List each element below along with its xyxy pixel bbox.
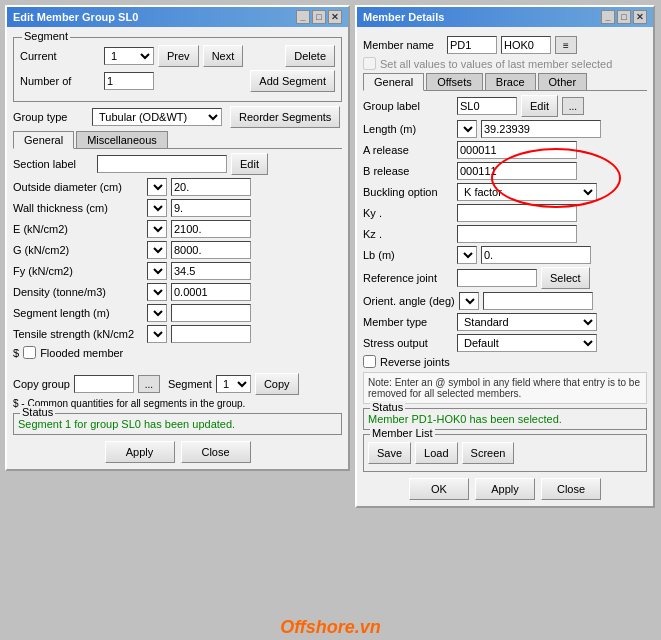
ky-row: Ky . — [363, 204, 647, 222]
density-unit[interactable]: ▼ — [147, 283, 167, 301]
member-type-label: Member type — [363, 316, 453, 328]
outside-diameter-unit[interactable]: ▼ — [147, 178, 167, 196]
fy-input[interactable] — [171, 262, 251, 280]
lb-dropdown[interactable]: ▼ — [457, 246, 477, 264]
right-maximize-btn[interactable]: □ — [617, 10, 631, 24]
select-btn[interactable]: Select — [541, 267, 590, 289]
set-all-row: Set all values to values of last member … — [363, 57, 647, 70]
segment-length-input[interactable] — [171, 304, 251, 322]
a-release-input[interactable] — [457, 141, 577, 159]
group-type-select[interactable]: Tubular (OD&WT) — [92, 108, 222, 126]
orient-input[interactable] — [483, 292, 593, 310]
kz-input[interactable] — [457, 225, 577, 243]
b-release-input[interactable] — [457, 162, 577, 180]
tensile-strength-input[interactable] — [171, 325, 251, 343]
tab-other[interactable]: Other — [538, 73, 588, 90]
member-name-suffix-input[interactable] — [501, 36, 551, 54]
reverse-joints-label: Reverse joints — [380, 356, 450, 368]
load-btn[interactable]: Load — [415, 442, 457, 464]
close-btn-right[interactable]: Close — [541, 478, 601, 500]
close-btn-left[interactable]: Close — [181, 441, 251, 463]
g-input[interactable] — [171, 241, 251, 259]
number-of-row: Number of 1 Add Segment — [20, 70, 335, 92]
set-all-label: Set all values to values of last member … — [380, 58, 612, 70]
copy-group-browse-btn[interactable]: ... — [138, 375, 160, 393]
left-bottom-buttons: Apply Close — [13, 441, 342, 463]
apply-btn-right[interactable]: Apply — [475, 478, 535, 500]
next-btn[interactable]: Next — [203, 45, 244, 67]
segment-group-label: Segment — [22, 30, 70, 42]
outside-diameter-input[interactable] — [171, 178, 251, 196]
wall-thickness-label: Wall thickness (cm) — [13, 202, 143, 214]
member-icon-btn[interactable]: ≡ — [555, 36, 577, 54]
tab-offsets[interactable]: Offsets — [426, 73, 483, 90]
outside-diameter-row: Outside diameter (cm) ▼ — [13, 178, 342, 196]
status-box-label: Status — [20, 406, 55, 418]
lb-input[interactable] — [481, 246, 591, 264]
length-input[interactable] — [481, 120, 601, 138]
tensile-strength-label: Tensile strength (kN/cm2 — [13, 328, 143, 340]
tab-general-left[interactable]: General — [13, 131, 74, 149]
density-row: Density (tonne/m3) ▼ — [13, 283, 342, 301]
copy-group-input[interactable] — [74, 375, 134, 393]
ref-joint-input[interactable] — [457, 269, 537, 287]
delete-btn[interactable]: Delete — [285, 45, 335, 67]
note-text: Note: Enter an @ symbol in any field whe… — [363, 372, 647, 404]
close-title-btn[interactable]: ✕ — [328, 10, 342, 24]
member-type-select[interactable]: Standard — [457, 313, 597, 331]
e-label: E (kN/cm2) — [13, 223, 143, 235]
g-unit[interactable]: ▼ — [147, 241, 167, 259]
maximize-btn[interactable]: □ — [312, 10, 326, 24]
ok-btn[interactable]: OK — [409, 478, 469, 500]
ky-input[interactable] — [457, 204, 577, 222]
tab-miscellaneous[interactable]: Miscellaneous — [76, 131, 168, 148]
orient-dropdown[interactable]: ▼ — [459, 292, 479, 310]
flooded-checkbox[interactable] — [23, 346, 36, 359]
tab-brace[interactable]: Brace — [485, 73, 536, 90]
save-btn[interactable]: Save — [368, 442, 411, 464]
reorder-segments-btn[interactable]: Reorder Segments — [230, 106, 340, 128]
g-row: G (kN/cm2) ▼ — [13, 241, 342, 259]
member-name-row: Member name ≡ — [363, 36, 647, 54]
b-release-row: B release — [363, 162, 647, 180]
tab-general-right[interactable]: General — [363, 73, 424, 91]
number-of-input[interactable]: 1 — [104, 72, 154, 90]
right-minimize-btn[interactable]: _ — [601, 10, 615, 24]
current-select[interactable]: 1 — [104, 47, 154, 65]
wall-thickness-unit[interactable]: ▼ — [147, 199, 167, 217]
screen-btn[interactable]: Screen — [462, 442, 515, 464]
e-row: E (kN/cm2) ▼ — [13, 220, 342, 238]
segment-length-unit[interactable]: ▼ — [147, 304, 167, 322]
member-name-input[interactable] — [447, 36, 497, 54]
density-input[interactable] — [171, 283, 251, 301]
flooded-row: $ Flooded member — [13, 346, 342, 359]
group-label-ellipsis-btn[interactable]: ... — [562, 97, 584, 115]
section-edit-btn[interactable]: Edit — [231, 153, 268, 175]
e-input[interactable] — [171, 220, 251, 238]
add-segment-btn[interactable]: Add Segment — [250, 70, 335, 92]
right-window-content: Member name ≡ Set all values to values o… — [357, 27, 653, 506]
fy-unit[interactable]: ▼ — [147, 262, 167, 280]
group-label-input[interactable] — [457, 97, 517, 115]
right-close-title-btn[interactable]: ✕ — [633, 10, 647, 24]
apply-btn-left[interactable]: Apply — [105, 441, 175, 463]
fy-row: Fy (kN/cm2) ▼ — [13, 262, 342, 280]
e-unit[interactable]: ▼ — [147, 220, 167, 238]
group-label-edit-btn[interactable]: Edit — [521, 95, 558, 117]
section-label-text: Section label — [13, 158, 93, 170]
buckling-select[interactable]: K factor — [457, 183, 597, 201]
section-label-input[interactable] — [97, 155, 227, 173]
minimize-btn[interactable]: _ — [296, 10, 310, 24]
lb-row: Lb (m) ▼ — [363, 246, 647, 264]
member-status-label: Status — [370, 401, 405, 413]
tensile-strength-unit[interactable]: ▼ — [147, 325, 167, 343]
segment-select[interactable]: 1 — [216, 375, 251, 393]
stress-output-select[interactable]: Default — [457, 334, 597, 352]
stress-output-label: Stress output — [363, 337, 453, 349]
prev-btn[interactable]: Prev — [158, 45, 199, 67]
wall-thickness-input[interactable] — [171, 199, 251, 217]
length-dropdown[interactable]: ▼ — [457, 120, 477, 138]
set-all-checkbox[interactable] — [363, 57, 376, 70]
reverse-joints-checkbox[interactable] — [363, 355, 376, 368]
copy-btn[interactable]: Copy — [255, 373, 299, 395]
